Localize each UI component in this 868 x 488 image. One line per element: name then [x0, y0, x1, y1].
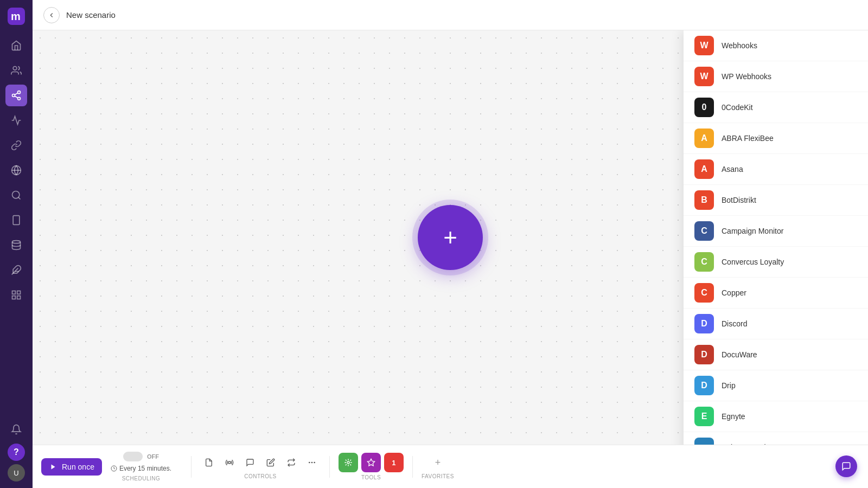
- svg-point-14: [12, 241, 21, 243]
- app-name: eSignatures.io: [722, 443, 770, 445]
- list-item[interactable]: DDocuWare: [684, 339, 868, 370]
- svg-line-11: [18, 197, 21, 200]
- tool-purple-button[interactable]: [361, 453, 381, 472]
- sidebar-item-notifications[interactable]: [5, 419, 27, 440]
- app-icon: D: [694, 314, 714, 333]
- list-item[interactable]: CCampaign Monitor: [684, 216, 868, 247]
- schedule-text: Every 15 minutes.: [111, 465, 171, 472]
- play-icon: [49, 463, 58, 471]
- list-item[interactable]: CConvercus Loyalty: [684, 247, 868, 278]
- tool-green-button[interactable]: [339, 453, 358, 472]
- toggle-row: OFF: [123, 452, 159, 461]
- list-item[interactable]: WWebhooks: [684, 30, 868, 61]
- favorites-label: FAVORITES: [422, 473, 454, 479]
- app-icon: D: [694, 345, 714, 364]
- app-name: Webhooks: [722, 41, 757, 50]
- comment-button[interactable]: [241, 454, 259, 471]
- run-once-button[interactable]: Run once: [41, 458, 102, 476]
- list-item[interactable]: DDrip: [684, 370, 868, 401]
- schedule-interval: Every 15 minutes.: [119, 465, 171, 472]
- header: New scenario: [33, 0, 868, 30]
- app-icon: C: [694, 283, 714, 303]
- svg-point-25: [228, 461, 231, 464]
- list-item[interactable]: WWP Webhooks: [684, 61, 868, 92]
- list-item[interactable]: 00CodeKit: [684, 92, 868, 123]
- notes-button[interactable]: [200, 454, 218, 471]
- divider-1: [191, 456, 192, 478]
- app-icon: W: [694, 36, 714, 55]
- app-name: DocuWare: [722, 350, 757, 359]
- divider-3: [412, 456, 413, 478]
- svg-rect-20: [12, 296, 16, 299]
- user-avatar[interactable]: U: [8, 464, 25, 481]
- scenario-title: New scenario: [66, 10, 116, 20]
- sidebar-item-plugins[interactable]: [5, 259, 27, 281]
- list-item[interactable]: BBotDistrikt: [684, 185, 868, 216]
- app-name: Convercus Loyalty: [722, 258, 784, 266]
- controls-buttons: [200, 454, 321, 471]
- chat-support-button[interactable]: [835, 455, 857, 477]
- schedule-toggle[interactable]: [123, 452, 143, 461]
- svg-point-3: [18, 91, 21, 94]
- app-name: WP Webhooks: [722, 72, 771, 81]
- app-name: Copper: [722, 288, 746, 297]
- sidebar-item-apps[interactable]: [5, 110, 27, 131]
- app-icon: C: [694, 221, 714, 241]
- sidebar-item-connections[interactable]: [5, 134, 27, 156]
- canvas[interactable]: + WWebhooksWWP Webhooks00CodeKitAABRA Fl…: [33, 30, 868, 445]
- sidebar-item-search[interactable]: [5, 184, 27, 206]
- tool-red-button[interactable]: 1: [384, 453, 404, 472]
- sidebar-item-home[interactable]: [5, 35, 27, 56]
- app-name: BotDistrikt: [722, 196, 756, 204]
- list-item[interactable]: AABRA FlexiBee: [684, 123, 868, 154]
- svg-point-29: [347, 461, 349, 464]
- svg-point-28: [314, 462, 315, 463]
- edit-button[interactable]: [262, 454, 279, 471]
- svg-point-2: [13, 67, 17, 70]
- add-module-button[interactable]: +: [418, 205, 483, 270]
- back-button[interactable]: [43, 7, 60, 23]
- sidebar-bottom: ? U: [5, 419, 27, 481]
- app-icon: C: [694, 252, 714, 272]
- sidebar-item-mobile[interactable]: [5, 209, 27, 231]
- sidebar-item-templates[interactable]: [5, 284, 27, 306]
- controls-section: CONTROLS: [200, 454, 321, 479]
- svg-point-26: [309, 462, 310, 463]
- svg-point-5: [18, 97, 21, 100]
- list-item[interactable]: CCopper: [684, 278, 868, 309]
- app-logo[interactable]: m: [7, 7, 26, 26]
- app-icon: e: [694, 438, 714, 445]
- list-item[interactable]: DDiscord: [684, 309, 868, 339]
- sidebar-item-database[interactable]: [5, 234, 27, 256]
- main-area: New scenario + WWebhooksWWP Webhooks00Co…: [33, 0, 868, 488]
- app-list: WWebhooksWWP Webhooks00CodeKitAABRA Flex…: [684, 30, 868, 445]
- divider-2: [329, 456, 330, 478]
- sidebar: m ? U: [0, 0, 33, 488]
- controls-label: CONTROLS: [244, 473, 277, 479]
- app-icon: A: [694, 159, 714, 179]
- sidebar-item-users[interactable]: [5, 60, 27, 81]
- app-icon: W: [694, 67, 714, 86]
- app-name: Asana: [722, 165, 743, 174]
- add-icon: +: [443, 226, 457, 249]
- flow-button[interactable]: [283, 454, 300, 471]
- sidebar-item-global[interactable]: [5, 159, 27, 181]
- app-icon: E: [694, 407, 714, 426]
- add-favorite-button[interactable]: +: [429, 454, 446, 471]
- settings-button[interactable]: [221, 454, 238, 471]
- more-button[interactable]: [303, 454, 321, 471]
- sidebar-item-help[interactable]: ?: [8, 444, 25, 461]
- app-icon: 0: [694, 98, 714, 117]
- scheduling-label: SCHEDULING: [122, 476, 161, 481]
- svg-line-7: [15, 93, 18, 94]
- list-item[interactable]: AAsana: [684, 154, 868, 185]
- app-name: Discord: [722, 319, 747, 328]
- sidebar-item-scenarios[interactable]: [5, 85, 27, 106]
- tools-section: 1 TOOLS: [339, 453, 404, 480]
- list-item[interactable]: EEgnyte: [684, 401, 868, 432]
- svg-rect-19: [17, 296, 21, 299]
- svg-point-27: [311, 462, 312, 463]
- app-icon: D: [694, 376, 714, 395]
- app-selector-panel: WWebhooksWWP Webhooks00CodeKitAABRA Flex…: [684, 30, 868, 445]
- list-item[interactable]: eeSignatures.io: [684, 432, 868, 445]
